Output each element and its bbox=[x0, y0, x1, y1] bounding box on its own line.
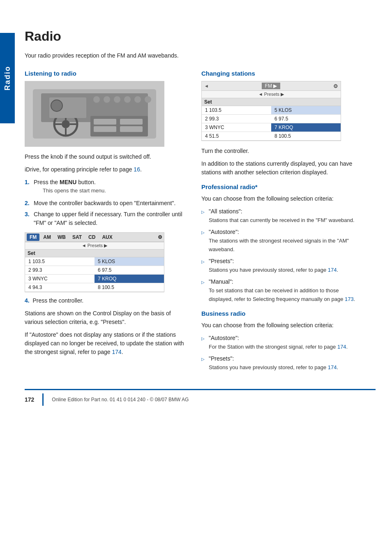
tri-icon-1: ▷ bbox=[201, 209, 206, 215]
page-title: Radio bbox=[25, 29, 376, 44]
tab-cd[interactable]: CD bbox=[85, 234, 98, 241]
business-intro: You can choose from the following select… bbox=[201, 321, 362, 330]
radio-set-label: Set bbox=[25, 250, 164, 257]
tri-icon-4: ▷ bbox=[201, 279, 206, 285]
stations-page-link[interactable]: 174 bbox=[112, 349, 121, 355]
svg-rect-11 bbox=[94, 126, 116, 132]
pro-label-4: "Manual": bbox=[209, 278, 233, 285]
station-2-left: 2 99.3 bbox=[25, 266, 95, 275]
radio-icon: ⚙ bbox=[333, 83, 338, 89]
station-1-left: 1 103.5 bbox=[25, 257, 95, 266]
station-5-right: 5 KLOS bbox=[95, 257, 164, 266]
tab-sat[interactable]: SAT bbox=[69, 234, 85, 241]
professional-radio-heading: Professional radio* bbox=[201, 183, 362, 190]
pro-desc-3: Stations you have previously stored, ref… bbox=[209, 267, 338, 273]
business-radio-heading: Business radio bbox=[201, 310, 362, 317]
svg-point-4 bbox=[62, 120, 70, 128]
station-6-right: 6 97.5 bbox=[95, 266, 164, 275]
pro-page-173[interactable]: 173 bbox=[345, 296, 354, 302]
idrive-page-link[interactable]: 16 bbox=[134, 166, 140, 173]
additionally-text: In addition to the stations currently di… bbox=[201, 160, 362, 177]
tab-wb[interactable]: WB bbox=[55, 234, 69, 241]
pro-label-1: "All stations": bbox=[209, 208, 242, 215]
r-station-8-right: 8 100.5 bbox=[271, 132, 341, 141]
biz-page-174-2[interactable]: 174 bbox=[328, 364, 337, 370]
pro-item-3: ▷ "Presets": Stations you have previousl… bbox=[201, 257, 362, 274]
stations-text-1: Stations are shown on the Control Displa… bbox=[25, 309, 185, 326]
r-station-3-left: 3 WNYC bbox=[202, 123, 271, 132]
left-column: Listening to radio bbox=[25, 70, 185, 377]
turn-controller-text: Turn the controller. bbox=[201, 147, 362, 155]
biz-item-2: ▷ "Presets": Stations you have previousl… bbox=[201, 354, 362, 372]
svg-point-18 bbox=[134, 96, 141, 103]
svg-rect-12 bbox=[120, 119, 143, 125]
right-presets-bar: ◄ Presets ▶ bbox=[202, 91, 341, 98]
biz-item-1: ▷ "Autostore": For the Station with the … bbox=[201, 334, 362, 351]
step-4-num: 4. bbox=[25, 297, 30, 304]
tri-icon-biz-2: ▷ bbox=[201, 356, 206, 362]
svg-point-14 bbox=[93, 96, 100, 103]
step-4-text: Press the controller. bbox=[32, 297, 83, 304]
stations-text-2: If "Autostore" does not display any stat… bbox=[25, 331, 185, 356]
svg-point-19 bbox=[145, 96, 151, 103]
professional-radio-list: ▷ "All stations": Stations that can curr… bbox=[201, 207, 362, 303]
r-station-4-left: 4 51.5 bbox=[202, 132, 271, 141]
biz-label-2: "Presets": bbox=[209, 355, 234, 362]
page-number: 172 bbox=[25, 396, 34, 403]
pro-item-4: ▷ "Manual": To set stations that can be … bbox=[201, 278, 362, 303]
pro-desc-1: Stations that can currently be received … bbox=[209, 217, 355, 223]
r-station-6-right: 6 97.5 bbox=[271, 115, 341, 123]
listening-to-radio-heading: Listening to radio bbox=[25, 70, 185, 77]
right-set-label: Set bbox=[202, 98, 341, 106]
tri-icon-2: ▷ bbox=[201, 229, 206, 236]
right-stations-grid: 1 103.5 5 KLOS 2 99.3 6 97.5 3 WNYC 7 KR… bbox=[202, 106, 341, 141]
professional-intro: You can choose from the following select… bbox=[201, 194, 362, 203]
pro-label-3: "Presets": bbox=[209, 258, 234, 264]
station-3-left: 3 WNYC bbox=[25, 275, 95, 283]
svg-point-17 bbox=[124, 96, 131, 103]
station-7-right: 7 KROQ bbox=[95, 275, 164, 283]
r-station-1-left: 1 103.5 bbox=[202, 106, 271, 115]
radio-presets-bar: ◄ Presets ▶ bbox=[25, 242, 164, 250]
pro-page-174[interactable]: 174 bbox=[328, 267, 337, 273]
pro-label-2: "Autostore": bbox=[209, 229, 239, 235]
step-3-num: 3. bbox=[25, 210, 31, 227]
step-1: 1. Press the MENU button. This opens the… bbox=[25, 178, 185, 197]
tri-icon-3: ▷ bbox=[201, 259, 206, 265]
right-column: Changing stations ◄ FM ▶ ⚙ ◄ Presets ▶ S… bbox=[201, 70, 362, 377]
changing-stations-heading: Changing stations bbox=[201, 70, 362, 77]
step-2-num: 2. bbox=[25, 199, 31, 208]
idrive-text: iDrive, for operating principle refer to… bbox=[25, 165, 185, 174]
intro-text: Your radio provides reception of the FM … bbox=[25, 51, 181, 60]
step-1-sub: This opens the start menu. bbox=[43, 187, 185, 195]
svg-rect-10 bbox=[94, 119, 116, 125]
menu-bold: MENU bbox=[60, 179, 76, 185]
left-radio-display: FM AM WB SAT CD AUX ⚙ ◄ Presets ▶ Set 1 … bbox=[25, 232, 164, 292]
right-radio-top: ◄ FM ▶ ⚙ bbox=[202, 81, 341, 91]
svg-point-16 bbox=[114, 96, 120, 103]
station-4-left: 4 94.3 bbox=[25, 283, 95, 292]
tab-aux[interactable]: AUX bbox=[99, 234, 115, 241]
biz-desc-1: For the Station with the strongest signa… bbox=[209, 344, 348, 350]
tab-fm[interactable]: FM bbox=[27, 234, 39, 241]
band-label: FM ▶ bbox=[262, 83, 281, 89]
pro-desc-2: The stations with the strongest received… bbox=[209, 238, 349, 252]
svg-point-21 bbox=[51, 100, 62, 111]
side-tab: Radio bbox=[0, 33, 15, 123]
pro-desc-4: To set stations that can be received in … bbox=[209, 287, 355, 302]
footer: 172 Online Edition for Part no. 01 41 0 … bbox=[25, 389, 376, 406]
station-8-right: 8 100.5 bbox=[95, 283, 164, 292]
tab-am[interactable]: AM bbox=[40, 234, 54, 241]
step-2: 2. Move the controller backwards to open… bbox=[25, 199, 185, 208]
r-station-2-left: 2 99.3 bbox=[202, 115, 271, 123]
right-radio-display: ◄ FM ▶ ⚙ ◄ Presets ▶ Set 1 103.5 5 KLOS … bbox=[201, 81, 341, 141]
car-image bbox=[25, 81, 164, 147]
tri-icon-biz-1: ▷ bbox=[201, 335, 206, 342]
radio-menu-bar: FM AM WB SAT CD AUX ⚙ bbox=[25, 233, 164, 242]
radio-settings-icon: ⚙ bbox=[158, 234, 162, 240]
footer-separator bbox=[42, 393, 44, 406]
radio-stations-grid: 1 103.5 5 KLOS 2 99.3 6 97.5 3 WNYC 7 KR… bbox=[25, 257, 164, 292]
biz-page-174-1[interactable]: 174 bbox=[337, 344, 346, 350]
biz-desc-2: Stations you have previously stored, ref… bbox=[209, 364, 338, 370]
pro-item-2: ▷ "Autostore": The stations with the str… bbox=[201, 228, 362, 254]
